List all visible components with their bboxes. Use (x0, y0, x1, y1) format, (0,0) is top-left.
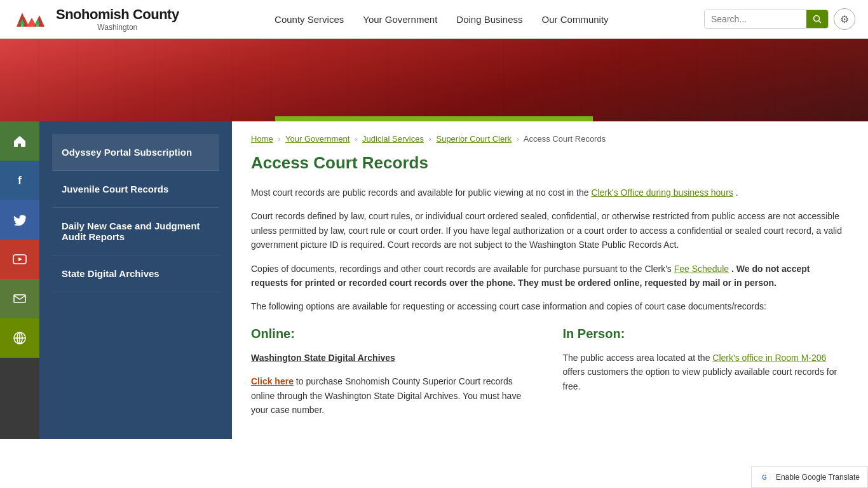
para-1: Most court records are public records an… (251, 186, 849, 200)
social-bar: f (0, 121, 39, 439)
home-icon (12, 133, 27, 149)
inperson-description: The public access area located at the Cl… (563, 351, 850, 393)
breadcrumb-current: Access Court Records (524, 134, 606, 144)
sidebar-item-juvenile[interactable]: Juvenile Court Records (52, 171, 219, 208)
youtube-icon (13, 254, 27, 264)
para-2: Court records defined by law, court rule… (251, 209, 849, 252)
wa-archives-link[interactable]: Washington State Digital Archives (251, 353, 395, 363)
twitter-icon (13, 214, 26, 226)
globe-icon (13, 331, 27, 345)
gear-icon: ⚙ (840, 13, 849, 25)
para-3: Copies of documents, recordings and othe… (251, 262, 849, 290)
svg-point-8 (814, 16, 820, 22)
clerks-room-link[interactable]: Clerk's office in Room M-206 (712, 353, 826, 363)
two-col-section: Online: Washington State Digital Archive… (251, 327, 849, 427)
hero-accent-bar (275, 116, 593, 121)
main-layout: f (0, 121, 868, 439)
wa-archives-heading: Washington State Digital Archives (251, 351, 538, 365)
search-icon (813, 15, 822, 24)
online-description: Click here to purchase Snohomish County … (251, 374, 538, 417)
settings-button[interactable]: ⚙ (834, 8, 855, 30)
svg-marker-3 (34, 15, 44, 27)
search-button[interactable] (806, 10, 828, 28)
breadcrumb-superior-clerk[interactable]: Superior Court Clerk (436, 134, 512, 144)
svg-marker-11 (18, 257, 22, 261)
svg-line-9 (819, 21, 822, 24)
email-icon (13, 294, 26, 303)
search-box (704, 10, 829, 29)
nav-doing-business[interactable]: Doing Business (456, 14, 522, 25)
breadcrumb-your-gov[interactable]: Your Government (285, 134, 349, 144)
search-input[interactable] (705, 10, 806, 28)
twitter-social-icon[interactable] (0, 200, 39, 240)
breadcrumb-sep-4: › (517, 134, 519, 144)
breadcrumb-sep-3: › (429, 134, 431, 144)
search-area: ⚙ (704, 8, 855, 30)
site-header: Snohomish County Washington County Servi… (0, 0, 868, 39)
email-social-icon[interactable] (0, 279, 39, 318)
breadcrumb-home[interactable]: Home (251, 134, 273, 144)
nav-your-government[interactable]: Your Government (363, 14, 437, 25)
breadcrumb-sep-2: › (355, 134, 357, 144)
hero-image (0, 39, 868, 121)
home-social-icon[interactable] (0, 121, 39, 161)
logo-area: Snohomish County Washington (13, 6, 179, 32)
globe-social-icon[interactable] (0, 318, 39, 358)
facebook-icon: f (18, 174, 22, 187)
nav-our-community[interactable]: Our Community (542, 14, 609, 25)
inperson-heading: In Person: (563, 327, 850, 341)
clerks-office-link[interactable]: Clerk's Office during business hours (591, 187, 733, 198)
facebook-social-icon[interactable]: f (0, 161, 39, 200)
sidebar: f (0, 121, 232, 439)
fee-schedule-link[interactable]: Fee Schedule (674, 264, 729, 274)
online-heading: Online: (251, 327, 538, 341)
sidebar-nav: Odyssey Portal Subscription Juvenile Cou… (39, 121, 232, 305)
logo-icon[interactable] (13, 6, 51, 32)
youtube-social-icon[interactable] (0, 240, 39, 279)
breadcrumb-sep-1: › (278, 134, 280, 144)
logo-text: Snohomish County Washington (56, 6, 179, 32)
click-here-link[interactable]: Click here (251, 376, 294, 386)
nav-county-services[interactable]: County Services (275, 14, 344, 25)
online-col: Online: Washington State Digital Archive… (251, 327, 538, 427)
breadcrumb: Home › Your Government › Judicial Servic… (251, 134, 849, 144)
para-4: The following options are available for … (251, 299, 849, 313)
svg-rect-12 (14, 295, 25, 302)
main-nav: County Services Your Government Doing Bu… (179, 14, 704, 25)
inperson-col: In Person: The public access area locate… (563, 327, 850, 427)
sidebar-item-state-archives[interactable]: State Digital Archives (52, 255, 219, 292)
state-name: Washington (56, 23, 179, 32)
sidebar-item-odyssey[interactable]: Odyssey Portal Subscription (52, 134, 219, 171)
page-title: Access Court Records (251, 153, 849, 173)
sidebar-item-daily-reports[interactable]: Daily New Case and Judgment Audit Report… (52, 208, 219, 255)
county-name: Snohomish County (56, 6, 179, 23)
main-content: Home › Your Government › Judicial Servic… (232, 121, 868, 439)
breadcrumb-judicial[interactable]: Judicial Services (362, 134, 424, 144)
